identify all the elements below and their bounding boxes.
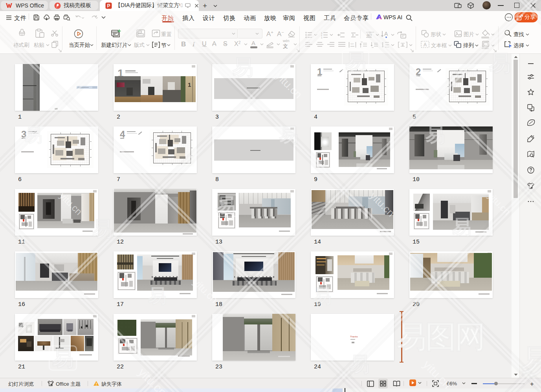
svg-text:3: 3	[321, 37, 323, 38]
svg-text:ab: ab	[367, 32, 372, 38]
svg-text:P: P	[107, 3, 110, 8]
svg-text:A: A	[384, 31, 388, 37]
svg-text:A: A	[424, 42, 427, 48]
svg-text:<>: <>	[350, 42, 354, 45]
